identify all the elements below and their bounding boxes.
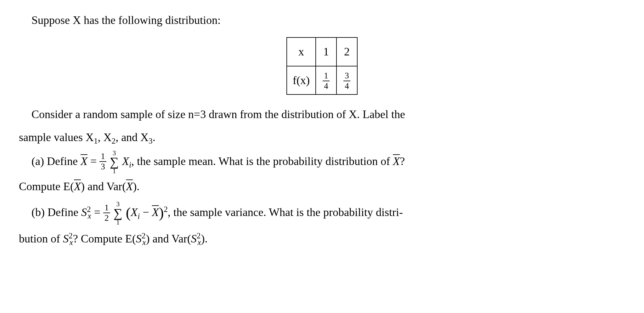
part-a-line-1: (a) Define X = 13 3 ∑ 1 Xi, the sample m…: [19, 150, 625, 175]
table-cell-1: 1: [316, 37, 336, 66]
intro-text: Suppose X has the following distribution…: [19, 9, 625, 31]
table-cell-2: 2: [336, 37, 357, 66]
distribution-table: x 1 2 f(x) 1 4 3 4: [286, 37, 358, 95]
table-cell-fx: f(x): [287, 66, 316, 94]
consider-line-2: sample values X1, X2, and X3.: [19, 127, 625, 149]
table-cell-frac34: 3 4: [336, 66, 357, 94]
part-b-line-1: (b) Define S2x = 12 3 ∑ 1 (Xi − X)2, the…: [19, 199, 625, 227]
table-cell-frac14: 1 4: [316, 66, 336, 94]
part-b-line-2: bution of S2x? Compute E(S2x) and Var(S2…: [19, 228, 625, 250]
consider-line-1: Consider a random sample of size n=3 dra…: [19, 104, 625, 125]
table-cell-x: x: [287, 37, 316, 66]
part-a-line-2: Compute E(X) and Var(X).: [19, 176, 625, 197]
